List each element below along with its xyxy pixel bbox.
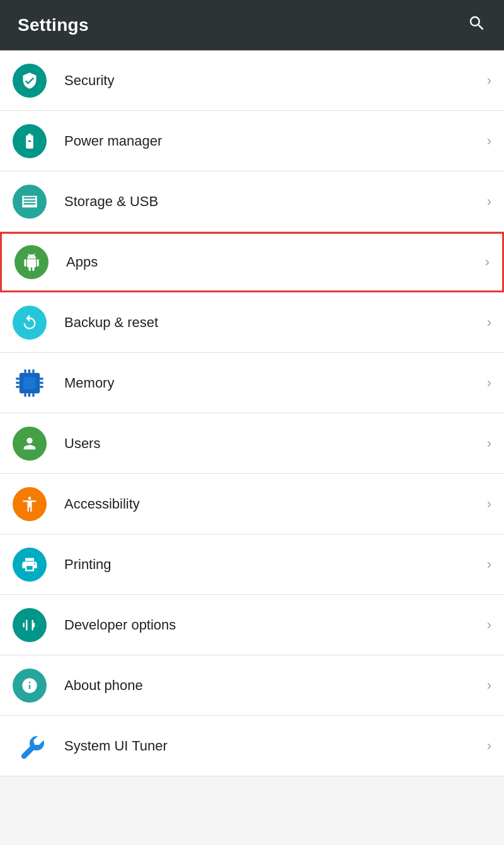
- svg-rect-12: [28, 393, 30, 396]
- search-icon[interactable]: [467, 14, 486, 37]
- storage-usb-label: Storage & USB: [64, 193, 481, 210]
- settings-item-backup-reset[interactable]: Backup & reset ›: [0, 292, 504, 353]
- security-icon: [13, 64, 47, 98]
- accessibility-chevron: ›: [487, 496, 491, 512]
- settings-item-memory[interactable]: Memory ›: [0, 353, 504, 413]
- system-ui-tuner-label: System UI Tuner: [64, 738, 481, 754]
- apps-chevron: ›: [485, 254, 490, 270]
- backup-reset-icon: [13, 306, 47, 340]
- settings-item-printing[interactable]: Printing ›: [0, 534, 504, 595]
- system-ui-tuner-chevron: ›: [487, 738, 491, 754]
- printing-label: Printing: [64, 556, 481, 573]
- memory-chevron: ›: [487, 375, 491, 391]
- svg-rect-8: [24, 369, 26, 372]
- settings-item-security[interactable]: Security ›: [0, 50, 504, 111]
- storage-usb-icon: [13, 185, 47, 219]
- svg-rect-13: [32, 393, 34, 396]
- storage-usb-chevron: ›: [487, 193, 491, 210]
- power-manager-chevron: ›: [487, 133, 491, 149]
- svg-rect-10: [32, 369, 34, 372]
- svg-rect-9: [28, 369, 30, 372]
- printing-icon: [13, 548, 47, 582]
- users-label: Users: [64, 435, 481, 452]
- settings-list: Security › Power manager › Storage & USB…: [0, 50, 504, 776]
- backup-reset-chevron: ›: [487, 314, 491, 331]
- memory-icon: [13, 366, 47, 400]
- system-ui-tuner-icon: [13, 729, 47, 763]
- accessibility-icon: [13, 487, 47, 521]
- about-phone-label: About phone: [64, 677, 481, 694]
- developer-options-label: Developer options: [64, 617, 481, 633]
- svg-rect-3: [16, 381, 19, 383]
- power-manager-icon: [13, 124, 47, 158]
- about-phone-icon: [13, 669, 47, 703]
- settings-item-power-manager[interactable]: Power manager ›: [0, 111, 504, 171]
- settings-item-accessibility[interactable]: Accessibility ›: [0, 474, 504, 534]
- security-chevron: ›: [487, 72, 491, 89]
- users-chevron: ›: [487, 435, 491, 452]
- app-header: Settings: [0, 0, 504, 50]
- svg-rect-2: [16, 377, 19, 379]
- svg-rect-7: [40, 386, 43, 388]
- about-phone-chevron: ›: [487, 677, 491, 694]
- developer-options-chevron: ›: [487, 617, 491, 633]
- svg-rect-4: [16, 386, 19, 388]
- printing-chevron: ›: [487, 556, 491, 573]
- svg-rect-1: [23, 377, 35, 389]
- users-icon: [13, 427, 47, 461]
- settings-item-users[interactable]: Users ›: [0, 413, 504, 474]
- memory-label: Memory: [64, 375, 481, 391]
- settings-item-storage-usb[interactable]: Storage & USB ›: [0, 171, 504, 232]
- apps-icon: [14, 245, 49, 279]
- security-label: Security: [64, 72, 481, 89]
- svg-rect-6: [40, 381, 43, 383]
- developer-options-icon: [13, 608, 47, 642]
- accessibility-label: Accessibility: [64, 496, 481, 512]
- backup-reset-label: Backup & reset: [64, 314, 481, 331]
- settings-item-about-phone[interactable]: About phone ›: [0, 655, 504, 716]
- settings-item-system-ui-tuner[interactable]: System UI Tuner ›: [0, 716, 504, 776]
- apps-label: Apps: [66, 254, 479, 270]
- settings-item-developer-options[interactable]: Developer options ›: [0, 595, 504, 655]
- power-manager-label: Power manager: [64, 133, 481, 149]
- svg-rect-11: [24, 393, 26, 396]
- page-title: Settings: [18, 15, 89, 35]
- svg-rect-5: [40, 377, 43, 379]
- settings-item-apps[interactable]: Apps ›: [0, 232, 504, 292]
